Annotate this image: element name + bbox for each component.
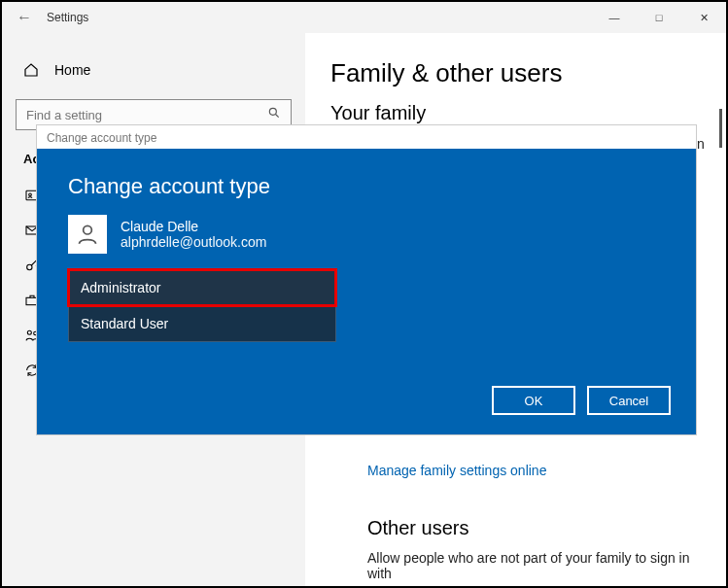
maximize-button[interactable]: □ [637,2,681,33]
other-users-body: Allow people who are not part of your fa… [367,550,698,581]
svg-point-7 [27,330,31,334]
section-other-users: Other users [367,517,468,539]
page-title: Family & other users [330,58,701,88]
scrollbar[interactable] [719,109,722,148]
minimize-button[interactable]: — [592,2,637,33]
user-name: Claude Delle [121,219,266,234]
window-title: Settings [47,11,88,24]
dialog-buttons: OK Cancel [492,386,671,415]
dialog-frame-title: Change account type [37,125,696,149]
svg-point-3 [29,193,32,196]
option-standard-user[interactable]: Standard User [68,306,336,342]
user-email: alphrdelle@outlook.com [121,234,266,250]
search-input[interactable] [26,108,267,122]
svg-line-1 [276,115,279,118]
clipped-text: n [697,136,705,152]
window-controls: — □ ✕ [592,2,726,33]
manage-family-link[interactable]: Manage family settings online [367,463,546,478]
cancel-button[interactable]: Cancel [587,386,671,415]
home-icon [23,62,39,78]
svg-point-9 [84,225,92,234]
search-icon [267,106,281,123]
change-account-type-dialog: Change account type Change account type … [36,124,697,435]
section-your-family: Your family [330,102,701,124]
user-row: Claude Delle alphrdelle@outlook.com [68,215,665,254]
user-info: Claude Delle alphrdelle@outlook.com [121,219,266,250]
svg-point-5 [27,264,32,269]
close-button[interactable]: ✕ [681,2,726,33]
home-nav[interactable]: Home [2,58,305,82]
back-button[interactable]: ← [2,9,47,26]
avatar [68,215,107,254]
dialog-title: Change account type [68,174,665,199]
home-label: Home [54,62,90,78]
option-administrator[interactable]: Administrator [68,269,336,306]
dialog-body: Change account type Claude Delle alphrde… [37,149,696,434]
titlebar: ← Settings — □ ✕ [2,2,726,33]
ok-button[interactable]: OK [492,386,575,415]
account-type-dropdown[interactable]: Administrator Standard User [68,269,336,342]
svg-point-0 [269,108,276,115]
